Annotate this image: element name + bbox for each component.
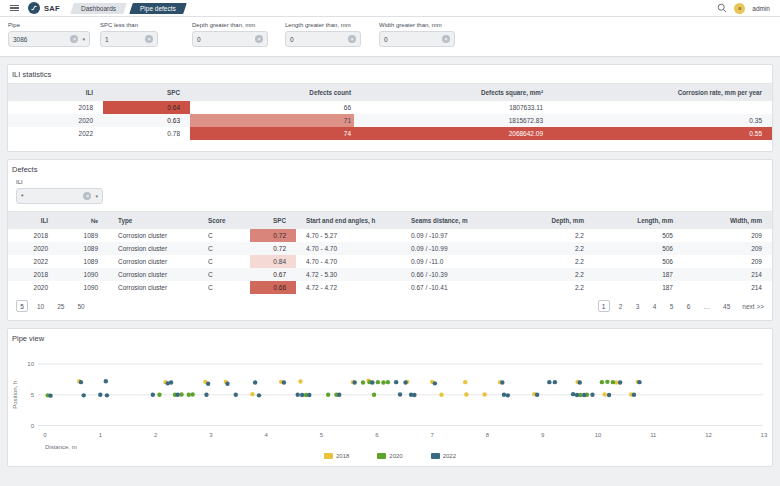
chevron-down-icon[interactable]: ▾ — [95, 193, 98, 199]
page-6[interactable]: 6 — [683, 300, 695, 312]
data-point — [151, 393, 155, 397]
clear-icon[interactable]: × — [442, 35, 450, 43]
filter-bar: Pipe 3086 × ▾ SPC less than 1 × Depth gr… — [0, 17, 780, 57]
page-4[interactable]: 4 — [649, 300, 661, 312]
spc-input[interactable]: 1 × — [100, 31, 158, 47]
page-size-25[interactable]: 25 — [53, 300, 68, 312]
data-point — [618, 380, 622, 384]
x-tick-label: 11 — [650, 432, 657, 438]
page-5[interactable]: 5 — [666, 300, 678, 312]
data-point — [204, 393, 208, 397]
col-corrosion-rate[interactable]: Corrosion rate, mm per year — [553, 84, 772, 101]
page-size-10[interactable]: 10 — [33, 300, 48, 312]
data-point — [206, 381, 210, 385]
filter-spc: SPC less than 1 × — [100, 22, 158, 47]
x-tick-label: 0 — [43, 432, 47, 438]
col-type[interactable]: Type — [108, 212, 198, 229]
col-defects-count[interactable]: Defects count — [190, 84, 361, 101]
pipe-select[interactable]: 3086 × ▾ — [8, 31, 90, 47]
y-tick-label: 0 — [31, 423, 35, 429]
filter-length: Length greater than, mm 0 × — [285, 22, 361, 47]
menu-icon[interactable] — [10, 5, 19, 12]
table-row[interactable]: 2018 1089 Corrosion cluster C 0.72 4.70 … — [8, 229, 772, 242]
table-row[interactable]: 2022 1089 Corrosion cluster C 0.84 4.70 … — [8, 255, 772, 268]
search-icon[interactable] — [717, 3, 727, 13]
table-row[interactable]: 2020 0.63 71 1815672.83 0.35 — [8, 114, 772, 127]
data-point — [190, 392, 194, 396]
col-spc[interactable]: SPC — [250, 212, 296, 229]
table-row[interactable]: 2018 1090 Corrosion cluster C 0.67 4.72 … — [8, 268, 772, 281]
avatar[interactable]: a — [734, 3, 745, 14]
legend-item-2022[interactable]: 2022 — [431, 453, 456, 459]
table-row[interactable]: 2020 1090 Corrosion cluster C 0.66 4.72 … — [8, 281, 772, 294]
y-tick-label: 5 — [31, 392, 35, 398]
top-bar: SAF Dashboards Pipe defects a admin — [0, 0, 780, 17]
clear-icon[interactable]: × — [255, 35, 263, 43]
tab-pipe-defects[interactable]: Pipe defects — [129, 3, 186, 14]
col-ili[interactable]: ILI — [8, 212, 58, 229]
col-seams[interactable]: Seams distance, m — [401, 212, 509, 229]
depth-input[interactable]: 0 × — [192, 31, 268, 47]
ili-select[interactable]: * × ▾ — [16, 188, 103, 204]
next-page-button[interactable]: next >> — [742, 303, 764, 310]
table-row[interactable]: 2022 0.78 74 2068642.09 0.55 — [8, 127, 772, 140]
col-ili[interactable]: ILI — [8, 84, 103, 101]
col-angles[interactable]: Start and end angles, h — [296, 212, 401, 229]
length-input[interactable]: 0 × — [285, 31, 361, 47]
x-axis-label: Distance, m — [45, 444, 77, 450]
pipe-view-chart: 0510012345678910111213Position, hDistanc… — [8, 347, 772, 452]
data-point — [300, 393, 304, 397]
legend-swatch-icon — [431, 453, 440, 459]
page-2[interactable]: 2 — [615, 300, 627, 312]
filter-pipe: Pipe 3086 × ▾ — [8, 22, 90, 47]
col-depth[interactable]: Depth, mm — [509, 212, 594, 229]
table-row[interactable]: 2018 0.64 66 1807633.11 — [8, 101, 772, 114]
clear-icon[interactable]: × — [348, 35, 356, 43]
ili-filter-label: ILI — [16, 179, 764, 185]
data-point — [403, 380, 407, 384]
x-tick-label: 3 — [209, 432, 213, 438]
data-point — [590, 393, 594, 397]
col-spc[interactable]: SPC — [103, 84, 190, 101]
clear-icon[interactable]: × — [70, 35, 78, 43]
data-point — [571, 392, 575, 396]
tab-dashboards[interactable]: Dashboards — [70, 3, 127, 14]
page-size-50[interactable]: 50 — [73, 300, 88, 312]
x-tick-label: 5 — [320, 432, 324, 438]
col-score[interactable]: Score — [198, 212, 250, 229]
chevron-down-icon[interactable]: ▾ — [82, 36, 85, 42]
legend-item-2020[interactable]: 2020 — [377, 453, 402, 459]
data-point — [157, 393, 161, 397]
x-tick-label: 8 — [486, 432, 490, 438]
x-tick-label: 4 — [265, 432, 269, 438]
x-tick-label: 13 — [761, 432, 768, 438]
col-length[interactable]: Length, mm — [594, 212, 683, 229]
page-size-5[interactable]: 5 — [16, 300, 28, 312]
data-point — [637, 380, 641, 384]
data-point — [257, 393, 261, 397]
data-point — [282, 380, 286, 384]
data-point — [48, 393, 52, 397]
spc-highlight-cell: 0.72 — [250, 229, 296, 242]
table-row[interactable]: 2020 1089 Corrosion cluster C 0.72 4.70 … — [8, 242, 772, 255]
data-point — [600, 380, 604, 384]
width-input[interactable]: 0 × — [379, 31, 455, 47]
col-number[interactable]: № — [58, 212, 108, 229]
col-defects-square[interactable]: Defects square, mm² — [361, 84, 553, 101]
spc-highlight-cell: 0.67 — [250, 268, 296, 281]
col-width[interactable]: Width, mm — [683, 212, 772, 229]
defects-table: ILI № Type Score SPC Start and end angle… — [8, 212, 772, 294]
page-45[interactable]: 45 — [719, 300, 734, 312]
data-point — [79, 380, 83, 384]
username-label[interactable]: admin — [752, 5, 770, 12]
page-1[interactable]: 1 — [598, 300, 610, 312]
page-3[interactable]: 3 — [632, 300, 644, 312]
defects-title: Defects — [8, 160, 772, 178]
page-numbers: 1 2 3 4 5 6 … 45 next >> — [598, 300, 764, 312]
clear-icon[interactable]: × — [145, 35, 153, 43]
data-point — [179, 392, 183, 396]
filter-pipe-label: Pipe — [8, 22, 90, 28]
clear-icon[interactable]: × — [83, 192, 91, 200]
legend-item-2018[interactable]: 2018 — [324, 453, 349, 459]
data-point — [412, 393, 416, 397]
